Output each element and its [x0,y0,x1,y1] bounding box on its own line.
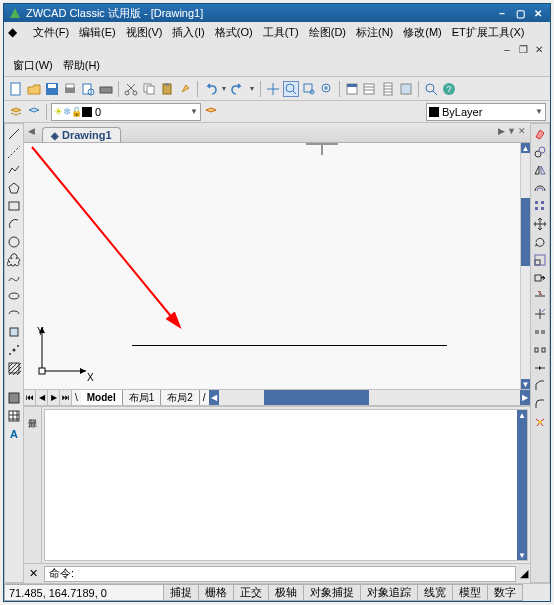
digit-toggle[interactable]: 数字 [488,584,523,601]
vscroll-up[interactable]: ▲ [521,143,530,153]
undo-button[interactable] [202,81,218,97]
menu-help[interactable]: 帮助(H) [58,56,105,75]
hscroll-left[interactable]: ◀ [209,390,219,405]
print-button[interactable] [62,81,78,97]
menu-dim[interactable]: 标注(N) [351,23,398,42]
extend-tool[interactable] [532,306,548,322]
layer-prev-button[interactable] [26,104,42,120]
save-button[interactable] [44,81,60,97]
pline-tool[interactable] [6,162,22,178]
hscroll-thumb[interactable] [264,390,369,405]
tab-scroll-left[interactable]: ◀ [28,126,35,136]
cmd-close-button[interactable]: ✕ [26,567,40,581]
ellipse-arc-tool[interactable] [6,306,22,322]
mirror-tool[interactable] [532,162,548,178]
trim-tool[interactable] [532,288,548,304]
zoom-realtime-button[interactable] [283,81,299,97]
polygon-tool[interactable] [6,180,22,196]
vscroll-thumb[interactable] [521,198,530,266]
doc-close-button[interactable]: ✕ [532,42,546,56]
layer-button[interactable] [8,104,24,120]
stretch-tool[interactable] [532,270,548,286]
zoom-window-button[interactable] [301,81,317,97]
array-tool[interactable] [532,198,548,214]
cmd-vscroll-down[interactable]: ▼ [517,550,527,560]
hatch-tool[interactable] [6,360,22,376]
join-tool[interactable] [532,360,548,376]
toolpalette-button[interactable] [398,81,414,97]
copy-button[interactable] [141,81,157,97]
menu-edit[interactable]: 编辑(E) [74,23,121,42]
menu-view[interactable]: 视图(V) [121,23,168,42]
menu-tools[interactable]: 工具(T) [258,23,304,42]
menu-modify[interactable]: 修改(M) [398,23,447,42]
rect-tool[interactable] [6,198,22,214]
menu-format[interactable]: 格式(O) [210,23,258,42]
line-tool[interactable] [6,126,22,142]
region-tool[interactable] [6,390,22,406]
break2-tool[interactable] [532,342,548,358]
minimize-button[interactable]: – [494,6,510,20]
layout-last[interactable]: ⏭ [60,390,72,405]
scale-tool[interactable] [532,252,548,268]
props-button[interactable] [344,81,360,97]
layer-dropdown[interactable]: ☀ ❄ 🔓 0 ▼ [51,103,201,121]
fillet-tool[interactable] [532,396,548,412]
drawing-canvas[interactable]: X Y [24,143,520,389]
insert-block-tool[interactable] [6,324,22,340]
doc-minimize-button[interactable]: – [500,42,514,56]
polar-toggle[interactable]: 极轴 [269,584,304,601]
hscroll-right[interactable]: ▶ [520,390,530,405]
close-button[interactable]: ✕ [530,6,546,20]
cmd-vscroll-up[interactable]: ▲ [517,410,527,420]
copy-tool[interactable] [532,144,548,160]
spline-tool[interactable] [6,270,22,286]
menu-draw[interactable]: 绘图(D) [304,23,351,42]
menu-insert[interactable]: 插入(I) [167,23,209,42]
coords-display[interactable]: 71.485, 164.7189, 0 [4,584,164,601]
vscroll-down[interactable]: ▼ [521,379,530,389]
print-preview-button[interactable] [80,81,96,97]
revcloud-tool[interactable] [6,252,22,268]
menu-file[interactable]: 文件(F) [28,23,74,42]
match-button[interactable] [177,81,193,97]
command-vscroll[interactable]: ▲ ▼ [517,410,527,560]
redo-dropdown[interactable]: ▼ [248,81,256,97]
grid-toggle[interactable]: 栅格 [199,584,234,601]
arc-tool[interactable] [6,216,22,232]
new-button[interactable] [8,81,24,97]
cut-button[interactable] [123,81,139,97]
doc-restore-button[interactable]: ❐ [516,42,530,56]
design-center-button[interactable] [380,81,396,97]
maximize-button[interactable]: ▢ [512,6,528,20]
break-tool[interactable] [532,324,548,340]
osnap-toggle[interactable]: 对象捕捉 [304,584,361,601]
offset-tool[interactable] [532,180,548,196]
paste-button[interactable] [159,81,175,97]
layer-mgr-button[interactable] [362,81,378,97]
cmd-resize-handle[interactable]: ◢ [520,567,528,580]
help-button[interactable]: ? [441,81,457,97]
command-input[interactable]: 命令: [44,566,516,582]
ellipse-tool[interactable] [6,288,22,304]
mtext-tool[interactable]: A [6,426,22,442]
otrack-toggle[interactable]: 对象追踪 [361,584,418,601]
erase-tool[interactable] [532,126,548,142]
chamfer-tool[interactable] [532,378,548,394]
redo-button[interactable] [230,81,246,97]
lwt-toggle[interactable]: 线宽 [418,584,453,601]
zoom-all-button[interactable] [423,81,439,97]
model-tab[interactable]: Model [81,390,123,405]
layout-prev[interactable]: ◀ [36,390,48,405]
xline-tool[interactable] [6,144,22,160]
rotate-tool[interactable] [532,234,548,250]
canvas-hscroll[interactable]: ◀ ▶ [209,390,530,405]
model-toggle[interactable]: 模型 [453,584,488,601]
layer-tool-button[interactable] [203,104,219,120]
command-history[interactable]: ▲ ▼ [44,409,528,561]
canvas-vscroll[interactable]: ▲ ▼ [520,143,530,389]
layout1-tab[interactable]: 布局1 [123,390,162,405]
cmd-vscroll-thumb[interactable] [517,420,527,550]
move-tool[interactable] [532,216,548,232]
open-button[interactable] [26,81,42,97]
